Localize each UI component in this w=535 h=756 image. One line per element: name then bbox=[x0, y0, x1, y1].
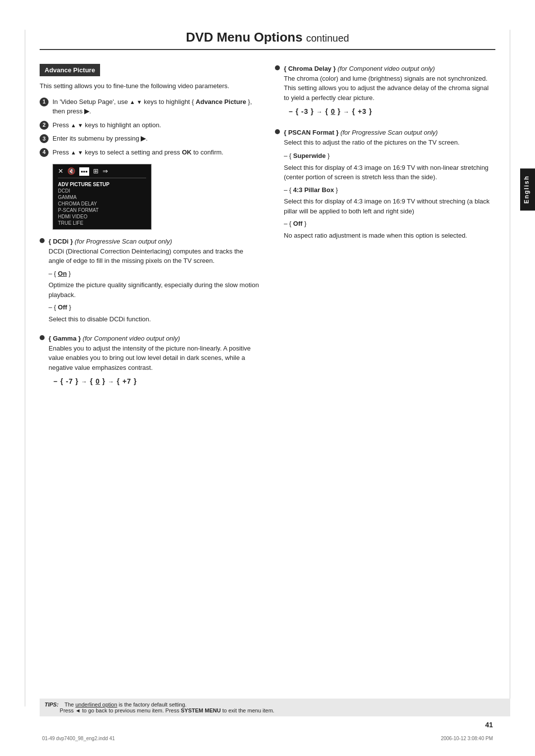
page-number: 41 bbox=[485, 721, 493, 729]
menu-screenshot: ✕ 🔇 ▪▪▪ ⊞ ⇒ ADV PICTURE SETUP DCDI GAMMA… bbox=[53, 164, 152, 230]
pscan-content: { PSCAN Format } (for Progressive Scan o… bbox=[284, 128, 495, 243]
right-border-line bbox=[510, 30, 510, 706]
menu-item-dcdi: DCDI bbox=[58, 188, 146, 194]
two-column-layout: Advance Picture This setting allows you … bbox=[40, 64, 495, 398]
pscan-section: { PSCAN Format } (for Progressive Scan o… bbox=[275, 128, 495, 243]
dcdi-content: { DCDi } (for Progressive Scan output on… bbox=[49, 237, 260, 327]
gamma-bullet bbox=[40, 335, 45, 340]
tips-label: TIPS: bbox=[45, 702, 58, 707]
menu-icon-grid: ⊞ bbox=[93, 167, 99, 176]
left-border-line bbox=[25, 30, 25, 706]
menu-item-gamma: GAMMA bbox=[58, 194, 146, 201]
superwide-text: Select this for display of 4:3 image on … bbox=[284, 163, 495, 182]
footer-filename: 01-49 dvp7400_98_eng2.indd 41 bbox=[42, 736, 115, 741]
language-tab: English bbox=[520, 168, 535, 210]
step-3-text: Enter its submenu by pressing ▶. bbox=[53, 134, 148, 144]
step-number-2: 2 bbox=[40, 121, 49, 130]
step-1: 1 In 'Video Setup Page', use ▲ ▼ keys to… bbox=[40, 97, 260, 116]
pillarbox-text: Select this for display of 4:3 image on … bbox=[284, 197, 495, 216]
gamma-range: – { -7 } → { 0 } → { +7 } bbox=[54, 376, 260, 387]
pillarbox-label: – { 4:3 Pillar Box } bbox=[284, 185, 495, 195]
tips-text-2: Press ◄ to go back to previous menu item… bbox=[60, 707, 274, 713]
dcdi-section: { DCDi } (for Progressive Scan output on… bbox=[40, 237, 260, 327]
title-text: DVD Menu Options bbox=[186, 30, 302, 45]
menu-icon-x: ✕ bbox=[58, 167, 63, 176]
chroma-content: { Chroma Delay } (for Component video ou… bbox=[284, 64, 495, 121]
menu-icon-bar: ✕ 🔇 ▪▪▪ ⊞ ⇒ bbox=[58, 167, 146, 178]
menu-item-truelife: TRUE LIFE bbox=[58, 220, 146, 226]
page-title: DVD Menu Options continued bbox=[186, 30, 349, 45]
step-number-4: 4 bbox=[40, 148, 49, 157]
step-4-text: Press ▲ ▼ keys to select a setting and p… bbox=[53, 148, 223, 157]
gamma-section: { Gamma } (for Component video output on… bbox=[40, 334, 260, 391]
step-3: 3 Enter its submenu by pressing ▶. bbox=[40, 134, 260, 144]
page-header: DVD Menu Options continued bbox=[40, 30, 495, 50]
chroma-range: – { -3 } → { 0 } → { +3 } bbox=[289, 106, 495, 117]
step-2-text: Press ▲ ▼ keys to highlight an option. bbox=[53, 120, 161, 130]
footer-timestamp: 2006-10-12 3:08:40 PM bbox=[441, 736, 493, 741]
tips-text-1: The underlined option is the factory def… bbox=[64, 702, 186, 707]
step-2: 2 Press ▲ ▼ keys to highlight an option. bbox=[40, 120, 260, 130]
menu-icon-arrow: ⇒ bbox=[103, 167, 108, 176]
menu-icon-picture: ▪▪▪ bbox=[79, 167, 89, 176]
menu-item-chroma: CHROMA DELAY bbox=[58, 201, 146, 207]
gamma-content: { Gamma } (for Component video output on… bbox=[49, 334, 260, 391]
section-header: Advance Picture bbox=[40, 64, 100, 76]
menu-item-hdmi: HDMI VIDEO bbox=[58, 213, 146, 220]
step-number-1: 1 bbox=[40, 98, 49, 106]
step-1-text: In 'Video Setup Page', use ▲ ▼ keys to h… bbox=[53, 97, 260, 116]
title-continued: continued bbox=[306, 33, 349, 44]
step-4: 4 Press ▲ ▼ keys to select a setting and… bbox=[40, 148, 260, 157]
step-number-3: 3 bbox=[40, 134, 49, 143]
pscan-off-text: No aspect ratio adjustment is made when … bbox=[284, 231, 495, 241]
dcdi-off-text: Select this to disable DCDi function. bbox=[49, 314, 260, 324]
pscan-off-label: – { Off } bbox=[284, 219, 495, 229]
menu-item-pscan: P-SCAN FORMAT bbox=[58, 207, 146, 213]
dcdi-on-label: – { On } bbox=[49, 269, 260, 279]
menu-icon-speaker: 🔇 bbox=[67, 167, 75, 176]
chroma-section: { Chroma Delay } (for Component video ou… bbox=[275, 64, 495, 121]
menu-item-adv: ADV PICTURE SETUP bbox=[58, 181, 146, 188]
left-column: Advance Picture This setting allows you … bbox=[40, 64, 260, 398]
dcdi-on-text: Optimize the picture quality significant… bbox=[49, 280, 260, 300]
steps-list: 1 In 'Video Setup Page', use ▲ ▼ keys to… bbox=[40, 97, 260, 157]
chroma-bullet bbox=[275, 65, 280, 70]
dcdi-off-label: – { Off } bbox=[49, 302, 260, 312]
dcdi-bullet bbox=[40, 238, 45, 243]
page-container: English DVD Menu Options continued Advan… bbox=[0, 0, 535, 756]
pscan-bullet bbox=[275, 129, 280, 134]
footer-bar: TIPS: The underlined option is the facto… bbox=[40, 699, 510, 716]
superwide-label: – { Superwide } bbox=[284, 151, 495, 161]
intro-text: This setting allows you to fine-tune the… bbox=[40, 81, 260, 91]
right-column: { Chroma Delay } (for Component video ou… bbox=[275, 64, 495, 398]
